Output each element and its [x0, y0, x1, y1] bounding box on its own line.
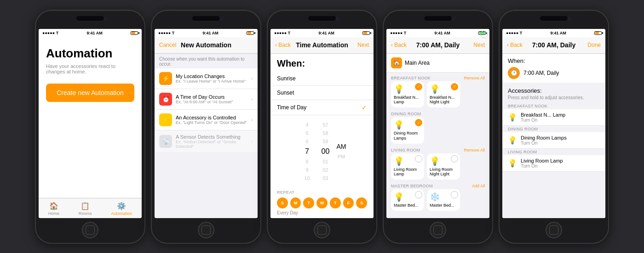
nav-title: 7:00 AM, Daily	[409, 41, 466, 49]
time-automation-screen: When: Sunrise Sunset Time of Day ✓ 4 5 6…	[270, 54, 374, 218]
option-sensor-text: A Sensor Detects Something Ex. "Motion D…	[176, 134, 247, 149]
sunrise-text: Sunrise	[277, 75, 296, 82]
rooms-icon: 📋	[80, 202, 90, 210]
when-label: When:	[270, 54, 374, 72]
time-text: 9:41 AM	[435, 31, 450, 35]
accessories-section: Accessories: Press and hold to adjust ac…	[502, 84, 605, 218]
option-sunrise[interactable]: Sunrise	[270, 72, 374, 86]
automation-header-text: Choose when you want this automation to …	[155, 54, 258, 68]
day-wednesday[interactable]: W	[316, 197, 328, 208]
chevron-right-icon: ›	[251, 117, 253, 123]
nav-title: New Automation	[178, 41, 235, 49]
status-bar-5: ●●●●● T 9:41 AM	[502, 29, 605, 37]
phone-camera	[104, 17, 107, 20]
create-automation-button[interactable]: Create new Automation	[46, 84, 134, 102]
battery-fill	[363, 32, 367, 34]
acc-info: Living Room Lamp Turn On	[521, 158, 563, 169]
acc-living-night[interactable]: 💡 Living Room Night Light	[427, 153, 460, 180]
time-picker[interactable]: 4 5 6 7 8 9 10 57 58 59 00 01 02 03	[270, 115, 374, 188]
ampm-picker[interactable]: AM PM	[337, 141, 346, 162]
phone-screen-3: ●●●●● T 9:41 AM ‹ Back Time Automation N…	[270, 29, 374, 218]
acc-breakfast-night-light[interactable]: 💡 Breakfast N... Night Light ✓	[427, 81, 460, 108]
nav-title: Time Automation	[293, 41, 351, 49]
automation-subtitle: Have your accessories react to changes a…	[46, 63, 134, 74]
hour-picker[interactable]: 4 5 6 7 8 9 10	[298, 121, 316, 182]
add-all-master[interactable]: Add All	[472, 184, 485, 188]
day-saturday[interactable]: S	[356, 197, 367, 208]
acc-name: Living Room Lamp	[521, 158, 563, 163]
acc-info: Dining Room Lamps Turn On	[521, 135, 567, 146]
summary-room-dining: DINING ROOM	[502, 126, 605, 132]
option-accessory[interactable]: ⚡ An Accessory is Controlled Ex. "Light …	[155, 110, 258, 130]
next-button[interactable]: Next	[351, 42, 369, 48]
acc-name: Living Room Lamp	[394, 167, 421, 177]
phone-screen-2: ●●●●● T 9:41 AM Cancel New Automation Ch…	[155, 29, 258, 218]
acc-name: Dining Room Lamps	[521, 135, 567, 141]
room-breakfast-nook: BREAKFAST NOOK Remove All 💡 Breakfast N.…	[386, 74, 489, 110]
day-thursday[interactable]: T	[330, 197, 341, 208]
home-button[interactable]	[546, 222, 562, 238]
acc-grid-breakfast: 💡 Breakfast N... Lamp ✓ 💡 Breakfast N...…	[386, 81, 489, 110]
nav-title: 7:00 AM, Daily	[525, 41, 582, 49]
tab-rooms[interactable]: 📋 Rooms	[79, 202, 92, 216]
phone-5: ●●●●● T 9:41 AM ‹ Back 7:00 AM, Daily Do…	[499, 10, 609, 244]
home-icon: 🏠	[391, 57, 402, 68]
time-text: 7:00 AM, Daily	[523, 70, 559, 76]
time-text: 9:41 AM	[87, 31, 103, 35]
acc-grid-master: 💡 Master Bed... ❄️ Master Bed...	[386, 189, 489, 213]
back-button[interactable]: ‹ Back	[275, 42, 293, 48]
remove-all-breakfast[interactable]: Remove All	[464, 76, 485, 80]
acc-master-bed1[interactable]: 💡 Master Bed...	[391, 189, 424, 211]
option-accessory-sub: Ex. "Light Turns On" or "Door Opened"	[176, 120, 247, 125]
option-sensor: 📡 A Sensor Detects Something Ex. "Motion…	[155, 130, 258, 153]
back-button[interactable]: ‹ Back	[391, 42, 409, 48]
sensor-icon: 📡	[159, 135, 172, 148]
accessories-screen: 🏠 Main Area BREAKFAST NOOK Remove All 💡 …	[386, 54, 489, 218]
day-monday[interactable]: M	[290, 197, 301, 208]
option-time[interactable]: ⏰ A Time of Day Occurs Ex. "At 8:00 AM" …	[155, 89, 258, 110]
acc-breakfast-lamp[interactable]: 💡 Breakfast N... Lamp ✓	[391, 81, 424, 108]
room-dining-room: DINING ROOM 💡 Dining Room Lamps ✓	[386, 110, 489, 146]
automation-title: Automation	[46, 46, 134, 61]
remove-all-living[interactable]: Remove All	[464, 148, 485, 152]
option-accessory-text: An Accessory is Controlled Ex. "Light Tu…	[176, 115, 247, 125]
day-tuesday[interactable]: T	[303, 197, 314, 208]
acc-name: Breakfast N... Night Light	[430, 95, 457, 105]
summary-room-breakfast: BREAKFAST NOOK	[502, 103, 605, 109]
acc-dining-lamps[interactable]: 💡 Dining Room Lamps ✓	[391, 117, 424, 144]
day-circles: S M T W T F S	[277, 197, 367, 208]
back-button[interactable]: ‹ Back	[507, 42, 525, 48]
phone-camera	[336, 17, 339, 20]
cancel-button[interactable]: Cancel	[159, 42, 178, 48]
new-automation-screen: Choose when you want this automation to …	[155, 54, 258, 218]
room-header-living: LIVING ROOM Remove All	[386, 146, 489, 153]
chevron-right-icon: ›	[251, 96, 253, 102]
automation-icon: ⚙️	[117, 202, 126, 210]
acc-name: Breakfast N... Lamp	[394, 95, 421, 105]
battery-icon	[594, 31, 602, 35]
tab-home[interactable]: 🏠 Home	[48, 202, 59, 216]
tab-automation[interactable]: ⚙️ Automation	[111, 202, 132, 216]
main-area-left: 🏠 Main Area	[391, 57, 430, 68]
nav-bar-3: ‹ Back Time Automation Next	[270, 37, 374, 54]
option-location[interactable]: ⚡ My Location Changes Ex. "I Leave Home"…	[155, 68, 258, 89]
next-button[interactable]: Next	[466, 42, 485, 48]
status-bar-1: ●●●●● T 9:41 AM	[39, 29, 142, 37]
room-name-dining: DINING ROOM	[391, 112, 421, 116]
option-time-of-day[interactable]: Time of Day ✓	[270, 100, 374, 115]
home-button[interactable]	[82, 222, 98, 238]
acc-name: Breakfast N... Lamp	[521, 112, 565, 118]
minute-picker[interactable]: 57 58 59 00 01 02 03	[316, 121, 335, 182]
day-sunday[interactable]: S	[277, 197, 288, 208]
option-sunset[interactable]: Sunset	[270, 86, 374, 100]
home-button[interactable]	[430, 222, 446, 238]
home-button[interactable]	[198, 222, 214, 238]
signal-text: ●●●●● T	[42, 31, 58, 35]
acc-living-lamp[interactable]: 💡 Living Room Lamp	[391, 153, 424, 180]
acc-header: Accessories:	[502, 84, 605, 95]
acc-master-bed2[interactable]: ❄️ Master Bed...	[427, 189, 460, 211]
day-friday[interactable]: F	[343, 197, 354, 208]
home-button[interactable]	[314, 222, 330, 238]
done-button[interactable]: Done	[582, 42, 601, 48]
status-bar-2: ●●●●● T 9:41 AM	[155, 29, 258, 37]
